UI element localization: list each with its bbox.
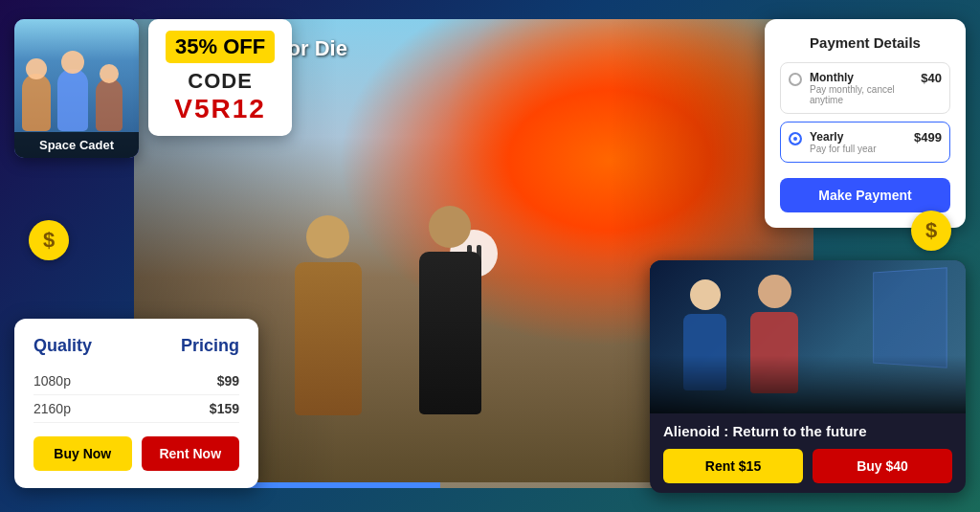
yearly-price: $499 [914,130,942,145]
monthly-details: Monthly Pay monthly, cancel anytime [810,71,913,105]
yearly-label: Yearly [810,130,906,144]
monthly-desc: Pay monthly, cancel anytime [810,84,913,105]
discount-percent: 35% OFF [166,31,275,63]
space-cadet-card: Space Cadet [14,19,139,158]
monthly-label: Monthly [810,71,913,84]
yearly-payment-option[interactable]: Yearly Pay for full year $499 [780,122,950,163]
quality-res-2160: 2160p [33,401,71,416]
discount-badge: 35% OFF CODE V5R12 [148,19,292,136]
quality-row-2160: 2160p $159 [33,395,239,423]
alienoid-image [650,260,966,413]
monthly-price: $40 [921,71,942,85]
yearly-radio[interactable] [789,132,802,145]
quality-price-2160: $159 [210,401,239,416]
quality-col-header: Quality [33,336,92,356]
quality-pricing-card: Quality Pricing 1080p $99 2160p $159 Buy… [14,319,258,488]
alienoid-buy-button[interactable]: Buy $40 [813,449,952,483]
make-payment-button[interactable]: Make Payment [780,178,950,212]
quality-res-1080: 1080p [33,373,71,389]
yearly-desc: Pay for full year [810,144,906,154]
quality-header: Quality Pricing [33,336,239,356]
discount-code-value: V5R12 [166,94,275,124]
monthly-payment-option[interactable]: Monthly Pay monthly, cancel anytime $40 [780,62,950,114]
alienoid-title: Alienoid : Return to the future [663,423,952,439]
quality-row-1080: 1080p $99 [33,367,239,395]
alienoid-card: Alienoid : Return to the future Rent $15… [650,260,966,493]
yearly-details: Yearly Pay for full year [810,130,906,154]
pricing-col-header: Pricing [181,336,239,356]
quality-price-1080: $99 [217,373,239,389]
rent-now-button[interactable]: Rent Now [142,436,240,471]
dollar-icon-right: $ [911,211,951,251]
payment-details-card: Payment Details Monthly Pay monthly, can… [765,19,966,228]
space-cadet-label: Space Cadet [14,132,139,158]
monthly-radio[interactable] [789,73,802,86]
discount-code-prefix: CODE [166,69,275,94]
quality-buttons: Buy Now Rent Now [33,436,239,471]
alienoid-buttons: Rent $15 Buy $40 [663,449,952,483]
dollar-icon-left: $ [29,220,69,260]
payment-title: Payment Details [780,34,950,51]
buy-now-button[interactable]: Buy Now [33,436,132,471]
alienoid-rent-button[interactable]: Rent $15 [663,449,803,483]
alienoid-overlay [650,356,966,413]
alienoid-info: Alienoid : Return to the future Rent $15… [650,413,966,493]
